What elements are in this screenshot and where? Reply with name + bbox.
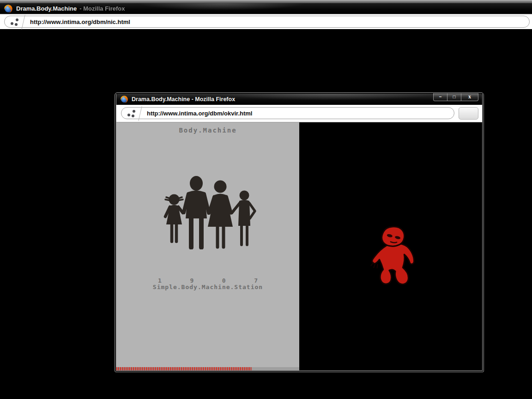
navigation-toolbar: http://www.intima.org/dbm/okvir.html	[116, 105, 482, 122]
dot-icon	[133, 110, 135, 113]
digit: 0	[222, 277, 226, 284]
dot-icon	[127, 114, 130, 116]
title-secondary: - Mozilla Firefox	[79, 5, 125, 12]
title-primary: Drama.Body.Machine	[16, 5, 77, 12]
site-dots-icon	[121, 108, 143, 119]
year-digits: 1 9 0 7	[158, 277, 258, 284]
window-title: Drama.Body.Machine - Mozilla Firefox	[132, 96, 235, 103]
navigation-toolbar: http://www.intima.org/dbm/nic.html	[0, 14, 532, 29]
firefox-icon	[4, 4, 13, 13]
woman-silhouette	[208, 181, 233, 248]
man-silhouette	[184, 176, 209, 248]
window-controls: – □ x	[434, 93, 478, 101]
site-dots-icon	[5, 16, 26, 27]
screen: { "colors": { "titlebar_black": "#050505…	[0, 0, 532, 399]
digit: 1	[158, 277, 162, 284]
foreground-window: Drama.Body.Machine - Mozilla Firefox – □…	[115, 92, 484, 372]
maximize-button[interactable]: □	[447, 93, 461, 101]
girl-silhouette	[165, 194, 183, 242]
window-title: Drama.Body.Machine- Mozilla Firefox	[16, 5, 125, 12]
address-text: http://www.intima.org/dbm/okvir.html	[143, 110, 252, 117]
station-label: Simple.Body.Machine.Station	[116, 284, 299, 290]
boy-silhouette	[232, 191, 255, 245]
minimize-button[interactable]: –	[433, 93, 447, 101]
close-button[interactable]: x	[461, 93, 478, 101]
page-content: Body.Machine	[116, 122, 482, 370]
dot-icon	[11, 22, 13, 25]
titlebar[interactable]: Drama.Body.Machine- Mozilla Firefox	[0, 3, 532, 14]
go-button[interactable]	[459, 107, 478, 120]
digit: 7	[254, 277, 258, 284]
family-pictogram	[159, 171, 257, 251]
dot-icon	[16, 18, 18, 21]
right-frame	[299, 122, 482, 370]
address-bar[interactable]: http://www.intima.org/dbm/okvir.html	[121, 107, 454, 119]
titlebar[interactable]: Drama.Body.Machine - Mozilla Firefox – □…	[116, 94, 482, 105]
address-bar[interactable]: http://www.intima.org/dbm/nic.html	[4, 16, 530, 28]
chip-divider	[21, 15, 25, 29]
dot-icon	[132, 115, 134, 117]
digit: 9	[190, 277, 193, 284]
left-frame: Body.Machine	[116, 122, 299, 370]
firefox-icon	[120, 95, 128, 103]
red-figure[interactable]	[368, 223, 420, 289]
red-marquee	[116, 367, 299, 370]
address-text: http://www.intima.org/dbm/nic.html	[26, 18, 130, 25]
dot-icon	[15, 23, 18, 26]
chip-divider	[138, 106, 142, 121]
marquee-dashes	[116, 367, 252, 370]
page-title: Body.Machine	[116, 127, 299, 134]
window-top-edge	[0, 0, 532, 3]
